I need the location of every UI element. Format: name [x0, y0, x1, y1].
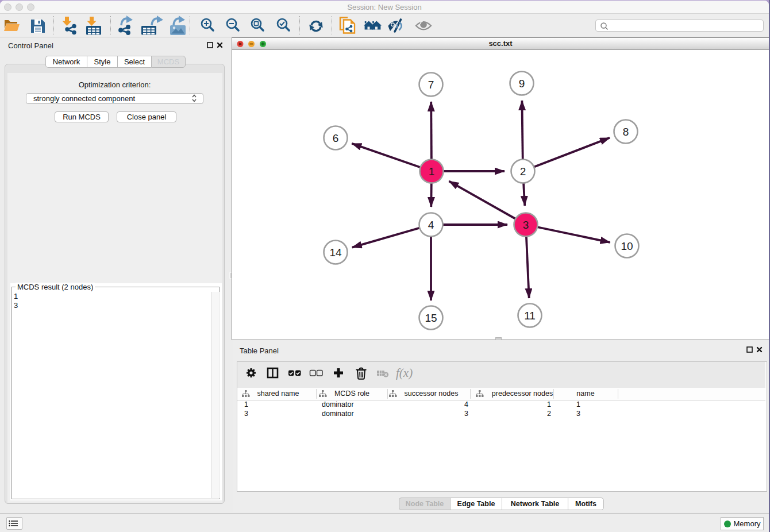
svg-text:10: 10 — [621, 240, 633, 252]
svg-text:9: 9 — [519, 78, 525, 90]
svg-text:6: 6 — [333, 132, 339, 144]
svg-text:2: 2 — [520, 165, 526, 178]
svg-text:4: 4 — [428, 219, 434, 231]
svg-text:7: 7 — [428, 79, 434, 91]
svg-text:14: 14 — [329, 246, 342, 259]
svg-text:f(x): f(x) — [396, 366, 413, 380]
svg-text:11: 11 — [524, 310, 536, 322]
svg-text:3: 3 — [523, 219, 529, 231]
svg-text:1: 1 — [429, 165, 435, 178]
svg-text:15: 15 — [425, 312, 437, 324]
svg-text:8: 8 — [623, 126, 629, 138]
